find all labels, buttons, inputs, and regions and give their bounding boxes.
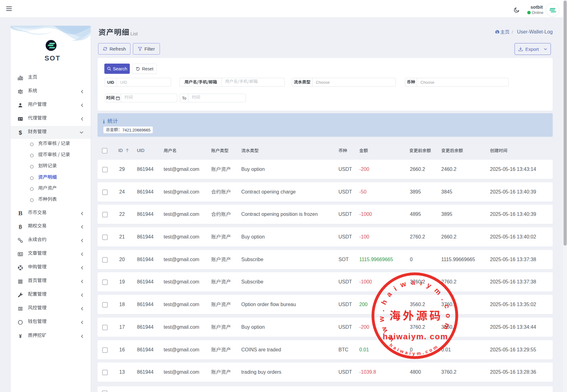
svg-text:$: $ xyxy=(19,130,22,135)
svg-text:B: B xyxy=(19,224,22,229)
svg-text:B: B xyxy=(18,211,22,216)
svg-text:haiwaiym. com: haiwaiym. com xyxy=(383,332,448,341)
svg-text:¥: ¥ xyxy=(19,334,22,339)
